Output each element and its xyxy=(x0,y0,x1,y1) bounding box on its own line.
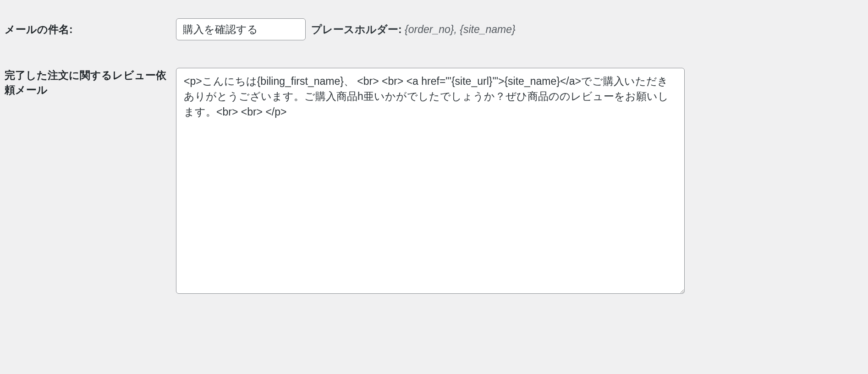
review-request-email-field-group: <p>こんにちは{biling_first_name}、 <br> <br> <… xyxy=(176,68,863,294)
email-subject-row: メールの件名: プレースホルダー: {order_no}, {site_name… xyxy=(0,0,868,59)
email-subject-label: メールの件名: xyxy=(5,22,176,37)
review-request-email-textarea[interactable]: <p>こんにちは{biling_first_name}、 <br> <br> <… xyxy=(176,68,685,294)
email-subject-input[interactable] xyxy=(176,18,306,40)
email-subject-field-group: プレースホルダー: {order_no}, {site_name} xyxy=(176,18,863,40)
review-request-email-label: 完了した注文に関するレビュー依頼メール xyxy=(5,68,176,97)
placeholder-hint-label: プレースホルダー: xyxy=(311,23,402,35)
email-subject-placeholder-hint: プレースホルダー: {order_no}, {site_name} xyxy=(311,22,516,37)
placeholder-hint-values: {order_no}, {site_name} xyxy=(405,23,516,35)
review-request-email-row: 完了した注文に関するレビュー依頼メール <p>こんにちは{biling_firs… xyxy=(0,59,868,294)
